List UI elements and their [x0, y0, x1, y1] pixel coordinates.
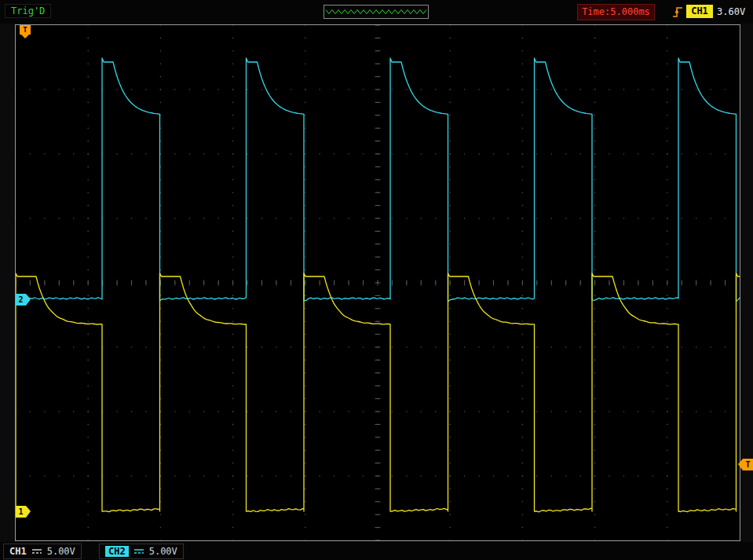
horizontal-position-preview: [323, 5, 429, 19]
trigger-level-marker[interactable]: T: [738, 459, 753, 470]
ch2-readout: CH2 5.00V: [99, 544, 184, 559]
ch2-scale: 5.00V: [149, 546, 177, 557]
right-arrow-icon: [26, 294, 31, 306]
display-grid: [15, 24, 740, 541]
top-status-bar: Trig'D Time:5.000ms CH1 3.60V: [0, 0, 753, 24]
trigger-position-label: T: [20, 25, 31, 35]
trigger-level-readout: 3.60V: [717, 6, 745, 17]
trigger-position-marker[interactable]: T: [20, 25, 31, 38]
ch1-label: CH1: [9, 546, 27, 557]
ch2-label: CH2: [105, 546, 129, 557]
trigger-level-label: T: [743, 459, 753, 470]
dc-coupling-icon: [133, 547, 144, 555]
down-arrow-icon: [21, 35, 29, 38]
ch1-readout: CH1 5.00V: [3, 544, 82, 559]
dc-coupling-icon: [31, 547, 42, 555]
ch1-scale: 5.00V: [47, 546, 75, 557]
ch1-ground-marker[interactable]: 1: [16, 506, 31, 518]
oscilloscope-screen: Trig'D Time:5.000ms CH1 3.60V T 2 1 T CH…: [0, 0, 753, 560]
trigger-source-badge: CH1: [686, 5, 713, 18]
ch2-ground-marker[interactable]: 2: [16, 294, 31, 306]
bottom-status-bar: CH1 5.00V CH2 5.00V: [0, 542, 753, 560]
ch1-marker-label: 1: [16, 506, 26, 518]
waveform-display: [16, 25, 740, 540]
trigger-status: Trig'D: [5, 4, 51, 18]
timebase-readout: Time:5.000ms: [577, 4, 655, 20]
trigger-edge-icon: [672, 5, 684, 19]
ch2-marker-label: 2: [16, 294, 26, 306]
right-arrow-icon: [26, 506, 31, 518]
